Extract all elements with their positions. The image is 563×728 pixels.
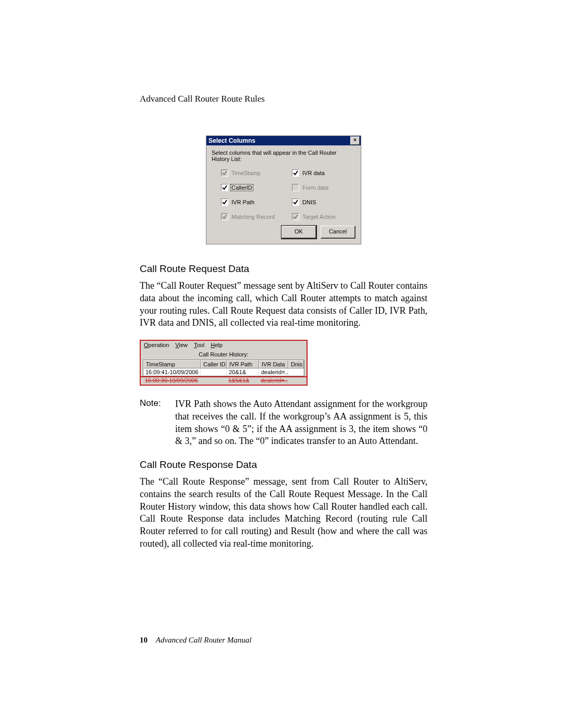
checkbox-label: Form data: [302, 184, 328, 191]
menubar: Operation View Tool Help: [141, 341, 307, 348]
table-row-cutoff: 16:00:30-10/09/2006 1&5&1& dealerid=...: [143, 377, 304, 384]
menu-view[interactable]: View: [175, 342, 188, 348]
cell-ivr-path: 20&1&: [227, 368, 259, 376]
close-icon: ×: [353, 137, 357, 143]
note-body: IVR Path shows the Auto Attendant assign…: [175, 398, 427, 448]
close-button[interactable]: ×: [350, 137, 360, 145]
check-icon: [222, 170, 227, 176]
checkbox-box[interactable]: [292, 199, 299, 206]
dialog-instruction: Select columns that will appear in the C…: [212, 150, 356, 162]
checkbox-box[interactable]: [221, 199, 228, 206]
checkbox-matching-record: Matching Record: [221, 213, 289, 220]
checkbox-label: Matching Record: [231, 214, 275, 220]
check-icon: [293, 200, 298, 205]
table-row[interactable]: 16:09:41-10/09/2006 20&1& dealerid=...: [143, 368, 304, 376]
checkbox-dnis[interactable]: DNIS: [292, 199, 356, 206]
checkbox-box: [292, 213, 299, 220]
checkbox-label: IVR data: [302, 170, 325, 176]
page-number: 10: [140, 636, 148, 644]
checkbox-box: [221, 169, 228, 177]
check-icon: [222, 214, 227, 219]
cell-ivr-data: dealerid=...: [259, 368, 288, 376]
cell-timestamp: 16:09:41-10/09/2006: [143, 368, 201, 376]
col-caller-id[interactable]: Caller ID: [201, 360, 227, 368]
col-dnis[interactable]: Dnis: [288, 360, 304, 368]
history-table: TimeStamp Caller ID IVR Path IVR Data Dn…: [143, 360, 304, 376]
checkbox-label: CallerID: [230, 184, 253, 191]
section-paragraph-response: The “Call Route Response” message, sent …: [140, 476, 427, 550]
note-label: Note:: [140, 398, 166, 448]
call-router-history-window: Operation View Tool Help Call Router His…: [140, 340, 308, 386]
checkbox-timestamp: TimeStamp: [221, 169, 289, 177]
ok-button[interactable]: OK: [282, 226, 316, 239]
section-heading-response: Call Route Response Data: [140, 459, 427, 471]
checkbox-box[interactable]: [292, 169, 299, 177]
checkbox-caller-id[interactable]: CallerID: [221, 184, 289, 191]
section-paragraph-request: The “Call Router Request” message sent b…: [140, 280, 427, 329]
checkbox-box: [221, 213, 228, 220]
cell-timestamp: 16:00:30-10/09/2006: [143, 377, 200, 384]
checkbox-label: DNIS: [302, 199, 316, 205]
cell-caller-id: [200, 377, 226, 384]
cell-dnis: [288, 368, 304, 376]
check-icon: [293, 214, 298, 219]
dialog-titlebar[interactable]: Select Columns ×: [206, 136, 361, 145]
checkbox-label: Target Action: [302, 214, 336, 220]
check-icon: [293, 170, 298, 176]
checkbox-ivr-path[interactable]: IVR Path: [221, 199, 289, 206]
cell-caller-id: [201, 368, 227, 376]
checkbox-label: IVR Path: [231, 199, 254, 205]
note-block: Note: IVR Path shows the Auto Attendant …: [140, 398, 427, 448]
cell-dnis: [288, 377, 303, 384]
checkbox-ivr-data[interactable]: IVR data: [292, 169, 356, 177]
checkbox-target-action: Target Action: [292, 213, 356, 220]
section-heading-request: Call Route Request Data: [140, 263, 427, 275]
book-title: Advanced Call Router Manual: [156, 636, 252, 644]
col-timestamp[interactable]: TimeStamp: [143, 360, 201, 368]
checkbox-form-data: Form data: [292, 184, 356, 191]
menu-tool[interactable]: Tool: [194, 342, 204, 348]
check-icon: [222, 185, 227, 190]
page-footer: 10 Advanced Call Router Manual: [140, 636, 251, 645]
check-icon: [222, 200, 227, 205]
col-ivr-data[interactable]: IVR Data: [259, 360, 288, 368]
cell-ivr-path: 1&5&1&: [226, 377, 259, 384]
col-ivr-path[interactable]: IVR Path: [227, 360, 259, 368]
menu-help[interactable]: Help: [211, 342, 223, 348]
dialog-title: Select Columns: [209, 137, 350, 144]
running-header: Advanced Call Router Route Rules: [140, 94, 427, 104]
cell-ivr-data: dealerid=...: [259, 377, 288, 384]
cancel-button[interactable]: Cancel: [321, 226, 356, 239]
menu-operation[interactable]: Operation: [144, 342, 169, 348]
checkbox-box[interactable]: [221, 184, 228, 191]
history-title: Call Router History:: [141, 348, 307, 360]
select-columns-dialog: Select Columns × Select columns that wil…: [206, 135, 361, 244]
checkbox-box: [292, 184, 299, 191]
checkbox-label: TimeStamp: [231, 170, 261, 176]
